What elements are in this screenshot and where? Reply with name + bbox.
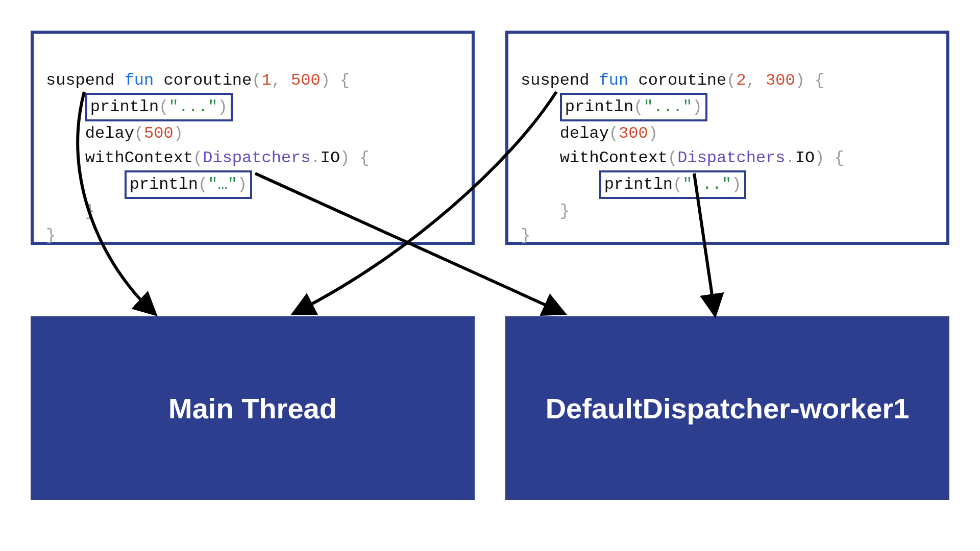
delay-arg: 500	[144, 124, 174, 143]
arg-number: 1	[261, 71, 271, 90]
string-literal: "…"	[208, 175, 237, 194]
brace: }	[521, 226, 530, 245]
highlight-println-1: println("...")	[85, 93, 233, 121]
paren: )	[174, 124, 183, 143]
paren: (	[668, 148, 677, 167]
paren: )	[321, 71, 330, 90]
paren: )	[692, 97, 702, 116]
dot: .	[785, 148, 795, 167]
highlight-println-1: println("...")	[560, 93, 707, 121]
arg-number: 300	[766, 71, 795, 90]
delay-fn: delay	[85, 124, 134, 143]
paren: )	[795, 71, 805, 90]
io: IO	[321, 148, 340, 167]
paren: (	[673, 175, 682, 194]
paren: (	[198, 175, 208, 194]
string-literal: "..."	[682, 175, 731, 194]
keyword-fun: fun	[599, 71, 629, 90]
worker-thread-box: DefaultDispatcher-worker1	[505, 316, 949, 500]
paren: )	[340, 148, 350, 167]
main-thread-label: Main Thread	[168, 392, 337, 425]
comma: ,	[272, 71, 281, 90]
keyword-suspend: suspend	[46, 71, 114, 90]
withcontext-fn: withContext	[560, 148, 668, 167]
withcontext-fn: withContext	[85, 148, 193, 167]
keyword-suspend: suspend	[521, 71, 589, 90]
dispatchers: Dispatchers	[677, 148, 785, 167]
worker-thread-label: DefaultDispatcher-worker1	[546, 392, 910, 425]
arg-number: 500	[291, 71, 321, 90]
function-name: coroutine	[163, 71, 252, 90]
brace: }	[560, 202, 570, 220]
paren: )	[731, 175, 741, 194]
brace: {	[835, 148, 844, 167]
paren: )	[815, 148, 824, 167]
brace: }	[46, 226, 56, 245]
paren: (	[726, 71, 736, 90]
keyword-fun: fun	[125, 71, 154, 90]
brace: }	[85, 202, 95, 220]
delay-fn: delay	[560, 124, 609, 143]
highlight-println-2: println("…")	[125, 170, 252, 199]
function-name: coroutine	[638, 71, 726, 90]
dot: .	[310, 148, 320, 167]
code-box-right: suspend fun coroutine(2, 300) { println(…	[505, 31, 949, 245]
delay-arg: 300	[619, 124, 648, 143]
paren: (	[609, 124, 619, 143]
paren: )	[217, 97, 227, 116]
paren: (	[633, 97, 643, 116]
paren: (	[134, 124, 144, 143]
brace: {	[340, 71, 350, 90]
paren: (	[252, 71, 261, 90]
paren: (	[193, 148, 203, 167]
println-fn: println	[604, 175, 673, 194]
highlight-println-2: println("...")	[599, 170, 747, 199]
println-fn: println	[565, 97, 633, 116]
brace: {	[815, 71, 824, 90]
comma: ,	[746, 71, 756, 90]
println-fn: println	[130, 175, 198, 194]
arg-number: 2	[736, 71, 746, 90]
io: IO	[795, 148, 815, 167]
main-thread-box: Main Thread	[31, 316, 475, 500]
paren: )	[648, 124, 658, 143]
string-literal: "..."	[168, 97, 217, 116]
dispatchers: Dispatchers	[203, 148, 310, 167]
code-box-left: suspend fun coroutine(1, 500) { println(…	[31, 31, 475, 245]
string-literal: "..."	[643, 97, 692, 116]
println-fn: println	[90, 97, 159, 116]
brace: {	[360, 148, 370, 167]
paren: )	[237, 175, 247, 194]
paren: (	[159, 97, 168, 116]
